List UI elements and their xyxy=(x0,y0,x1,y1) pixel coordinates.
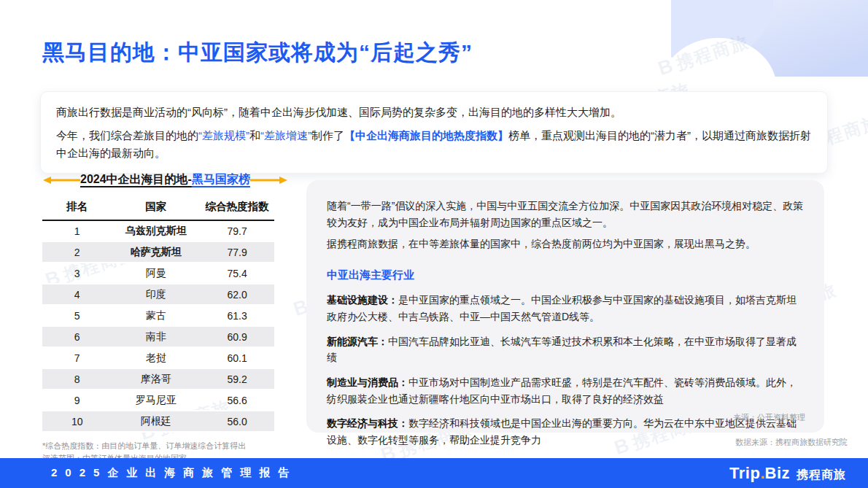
table-row: 6南非60.9 xyxy=(42,326,274,347)
industry-new-energy-vehicles: 新能源汽车：中国汽车品牌如比亚迪、长城汽车等通过技术积累和本土化策略，在中亚市场… xyxy=(327,333,804,366)
highlight-heat-index: 【中企出海商旅目的地热度指数】 xyxy=(344,129,508,142)
intro-paragraph-1: 商旅出行数据是商业活动的“风向标”，随着中企出海步伐加速、国际局势的复杂多变，出… xyxy=(56,104,812,120)
footer-report-title: 2025企业出海商旅管理报告 xyxy=(51,466,297,480)
industry-digital-economy-tech: 数字经济与科技：数字经济和科技领域也是中国企业出海的重要方向。华为云在中东中亚地… xyxy=(327,415,804,448)
table-row: 4印度62.0 xyxy=(42,284,274,305)
report-slide: B携程商旅 B携程商旅 B携程商旅 B携程商旅 B携程商旅 B携程商旅 B携程商… xyxy=(0,0,868,488)
table-row: 10阿根廷56.0 xyxy=(42,411,274,432)
logo-trip: Trip xyxy=(729,464,760,483)
table-row: 3阿曼75.4 xyxy=(42,263,274,284)
ranking-title-highlight: 黑马国家榜 xyxy=(192,173,250,185)
panel-paragraph-2: 据携程商旅数据，在中等差旅体量的国家中，综合热度前两位均为中亚国家，展现出黑马之… xyxy=(327,236,804,252)
column-header-index: 综合热度指数 xyxy=(200,195,274,220)
highlight-travel-growth: “差旅增速” xyxy=(260,129,311,142)
ranking-heading: 2024中企出海目的地-黑马国家榜 xyxy=(42,172,274,187)
central-asia-panel: 随着“一带一路”倡议的深入实施，中国与中亚五国交流全方位加深。中亚国家因其政治环… xyxy=(306,180,824,433)
panel-paragraph-1: 随着“一带一路”倡议的深入实施，中国与中亚五国交流全方位加深。中亚国家因其政治环… xyxy=(327,198,804,231)
column-header-rank: 排名 xyxy=(42,195,112,220)
intro-card: 商旅出行数据是商业活动的“风向标”，随着中企出海步伐加速、国际局势的复杂多变，出… xyxy=(40,91,828,174)
right-arrow-icon xyxy=(250,176,288,185)
data-source: 数据来源：携程商旅数据研究院 xyxy=(735,437,848,448)
table-row: 8摩洛哥59.2 xyxy=(42,368,274,390)
left-arrow-icon xyxy=(42,176,80,185)
ranking-section: 2024中企出海目的地-黑马国家榜 排名 国家 综合热度指数 1乌兹别克斯坦79… xyxy=(42,172,274,465)
table-row: 7老挝60.1 xyxy=(42,347,274,368)
table-row: 1乌兹别克斯坦79.7 xyxy=(42,220,274,241)
tripbiz-logo: Trip.Biz 携程商旅 xyxy=(729,464,846,483)
ranking-title: 2024中企出海目的地-黑马国家榜 xyxy=(80,172,250,187)
highlight-travel-scale: “差旅规模” xyxy=(198,129,249,142)
table-header-row: 排名 国家 综合热度指数 xyxy=(42,195,274,220)
table-row: 5蒙古61.3 xyxy=(42,305,274,326)
panel-section-title: 中亚出海主要行业 xyxy=(327,266,804,284)
industry-infrastructure: 基础设施建设：是中亚国家的重点领域之一。中国企业积极参与中亚国家的基础设施项目，… xyxy=(327,292,804,325)
intro-paragraph-2: 今年，我们综合差旅目的地的“差旅规模”和“差旅增速”制作了【中企出海商旅目的地热… xyxy=(56,127,812,161)
footnote-line-1: *综合热度指数：由目的地订单量、订单增速综合计算得出 xyxy=(42,440,274,452)
panel-source: 来源：公开资料整理 xyxy=(733,411,805,425)
page-title: 黑马目的地：中亚国家或将成为“后起之秀” xyxy=(42,38,473,68)
industry-manufacturing-consumer: 制造业与消费品：中亚市场对中国制造业产品需求旺盛，特别是在汽车配件、瓷砖等消费品… xyxy=(327,374,804,407)
table-row: 2哈萨克斯坦77.9 xyxy=(42,241,274,263)
footer-bar: 2025企业出海商旅管理报告 Trip.Biz 携程商旅 xyxy=(0,458,868,488)
column-header-country: 国家 xyxy=(112,195,200,220)
ranking-table: 排名 国家 综合热度指数 1乌兹别克斯坦79.7 2哈萨克斯坦77.9 3阿曼7… xyxy=(42,195,274,433)
top-right-decoration xyxy=(671,0,868,91)
table-row: 9罗马尼亚56.6 xyxy=(42,390,274,411)
logo-biz: Biz xyxy=(765,464,791,483)
logo-chinese-name: 携程商旅 xyxy=(797,468,846,483)
